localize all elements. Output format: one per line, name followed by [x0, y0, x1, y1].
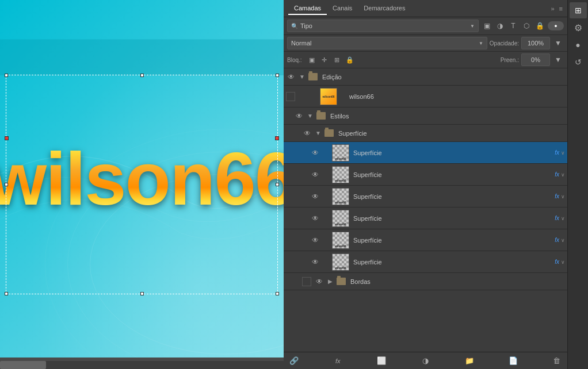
- tab-canais[interactable]: Canais: [327, 2, 358, 15]
- filter-toggle-btn[interactable]: ●: [548, 21, 564, 30]
- layer-wilson66[interactable]: 👁 wilson66 wilson66: [284, 86, 567, 107]
- layer-superficie-5[interactable]: 👁 wilson66 Superfície fx ∨: [284, 229, 567, 251]
- far-right-panel: ⊞ ⚙ ● ↺: [567, 0, 588, 369]
- layers-toolbar: 🔗 fx ⬜ ◑ 📁 📄 🗑: [284, 352, 567, 369]
- filter-dropdown-arrow: ▼: [470, 24, 475, 29]
- lock-all-btn[interactable]: 🔒: [345, 55, 355, 65]
- layer-superficie-3[interactable]: 👁 wilson66 Superfície fx ∨: [284, 186, 567, 207]
- check-wilson66[interactable]: [286, 92, 295, 101]
- opacity-dropdown-arrow[interactable]: ▼: [552, 37, 564, 49]
- folder-icon-bordas: [336, 278, 346, 285]
- visibility-superficie-2[interactable]: 👁: [310, 171, 320, 179]
- fx-arrow-3[interactable]: ∨: [561, 194, 565, 199]
- layer-superficie-1[interactable]: 👁 wilson66 Superfície fx ∨: [284, 142, 567, 164]
- tab-demarcadores[interactable]: Demarcadores: [358, 2, 411, 15]
- fill-row: Preen.: 0% ▼: [501, 53, 564, 66]
- visibility-edicao[interactable]: 👁: [286, 73, 296, 81]
- adjustments-btn[interactable]: ◑: [418, 355, 432, 367]
- layer-name-superficie-6: Superfície: [351, 259, 552, 266]
- opacity-input[interactable]: 100%: [521, 37, 550, 49]
- thumbnail-superficie-3: wilson66: [332, 188, 349, 205]
- handle-br: [276, 292, 279, 295]
- lock-icons: ▣ ✛ ⊞ 🔒: [307, 55, 355, 65]
- layer-superficie-6[interactable]: 👁 wilson66 Superfície fx ∨: [284, 251, 567, 273]
- filter-row: 🔍 Tipo ▼ ▣ ◑ T ⬡ 🔒 ●: [284, 17, 567, 35]
- filter-dropdown[interactable]: 🔍 Tipo ▼: [287, 20, 479, 32]
- handle-bm: [140, 292, 144, 295]
- new-group-btn[interactable]: 📁: [463, 355, 476, 367]
- thumbnail-superficie-1: wilson66: [332, 144, 349, 162]
- layer-name-superficie-1: Superfície: [351, 149, 552, 156]
- layer-group-superficie[interactable]: 👁 ▼ Superfície: [284, 125, 567, 142]
- panel-history-toggle[interactable]: ↺: [570, 54, 587, 70]
- folder-icon-edicao: [308, 73, 318, 80]
- canvas-content: wilson66: [0, 0, 284, 358]
- blend-dropdown-arrow: ▼: [479, 41, 483, 46]
- layers-list[interactable]: 👁 ▼ Edição 👁 wilson66 wilson66 👁 ▼ Estil…: [284, 68, 567, 352]
- check-bordas[interactable]: [302, 277, 311, 286]
- fx-arrow-1[interactable]: ∨: [561, 150, 565, 156]
- layer-name-edicao: Edição: [320, 74, 565, 80]
- tab-more-options[interactable]: » ≡: [551, 5, 563, 12]
- visibility-superficie-6[interactable]: 👁: [310, 258, 320, 266]
- link-layers-btn[interactable]: 🔗: [287, 355, 301, 367]
- layers-panel: Camadas Canais Demarcadores » ≡ 🔍 Tipo ▼…: [284, 0, 567, 369]
- fill-label: Preen.:: [501, 57, 519, 63]
- fx-arrow-2[interactable]: ∨: [561, 172, 565, 178]
- layer-group-bordas[interactable]: 👁 ▶ Bordas: [284, 273, 567, 290]
- visibility-superficie-3[interactable]: 👁: [310, 193, 320, 201]
- visibility-bordas[interactable]: 👁: [314, 278, 324, 286]
- lock-move-btn[interactable]: ✛: [319, 55, 330, 65]
- filter-adjust-btn[interactable]: ◑: [494, 20, 506, 32]
- expand-edicao[interactable]: ▼: [298, 74, 306, 80]
- visibility-superficie-4[interactable]: 👁: [310, 214, 320, 222]
- lock-artboard-btn[interactable]: ⊞: [332, 55, 342, 65]
- delete-layer-btn[interactable]: 🗑: [550, 355, 564, 367]
- scrollbar-thumb[interactable]: [0, 361, 46, 369]
- canvas-scrollbar[interactable]: [0, 361, 284, 369]
- filter-shape-btn[interactable]: ⬡: [521, 20, 532, 32]
- panel-channels-toggle[interactable]: ●: [570, 37, 587, 53]
- blend-mode-dropdown[interactable]: Normal ▼: [287, 37, 487, 49]
- blend-mode-row: Normal ▼ Opacidade: 100% ▼: [284, 35, 567, 52]
- add-mask-btn[interactable]: ⬜: [375, 355, 388, 367]
- filter-pixel-btn[interactable]: ▣: [481, 20, 492, 32]
- handle-tl: [5, 74, 8, 77]
- fx-arrow-4[interactable]: ∨: [561, 216, 565, 221]
- tab-camadas[interactable]: Camadas: [288, 2, 327, 15]
- opacity-row: Opacidade: 100% ▼: [490, 37, 564, 49]
- fill-input[interactable]: 0%: [521, 53, 550, 66]
- visibility-superficie-group[interactable]: 👁: [302, 129, 312, 137]
- layer-group-estilos[interactable]: 👁 ▼ Estilos: [284, 107, 567, 125]
- visibility-superficie-1[interactable]: 👁: [310, 149, 320, 157]
- folder-icon-estilos: [316, 112, 326, 120]
- folder-icon-superficie: [324, 129, 334, 137]
- thumbnail-superficie-4: wilson66: [332, 210, 349, 227]
- fill-dropdown-arrow[interactable]: ▼: [552, 54, 564, 66]
- menu-icon: ≡: [559, 5, 563, 12]
- fx-arrow-6[interactable]: ∨: [561, 259, 565, 265]
- opacity-label: Opacidade:: [490, 40, 519, 47]
- layer-superficie-4[interactable]: 👁 wilson66 Superfície fx ∨: [284, 207, 567, 229]
- panel-adjustments-toggle[interactable]: ⚙: [570, 20, 587, 36]
- fx-arrow-5[interactable]: ∨: [561, 237, 565, 243]
- visibility-wilson66[interactable]: 👁: [298, 93, 308, 101]
- red-handle-right: [275, 136, 279, 140]
- handle-tr: [276, 74, 279, 77]
- lock-row: Bloq.: ▣ ✛ ⊞ 🔒 Preen.: 0% ▼: [284, 52, 567, 68]
- expand-bordas[interactable]: ▶: [326, 278, 334, 285]
- layer-name-superficie-4: Superfície: [351, 215, 552, 222]
- filter-type-btn[interactable]: T: [507, 20, 519, 32]
- lock-pixels-btn[interactable]: ▣: [307, 55, 317, 65]
- filter-smart-btn[interactable]: 🔒: [534, 20, 545, 32]
- panel-layers-toggle[interactable]: ⊞: [570, 2, 587, 18]
- new-layer-btn[interactable]: 📄: [506, 355, 520, 367]
- visibility-estilos[interactable]: 👁: [294, 112, 304, 120]
- expand-estilos[interactable]: ▼: [306, 113, 314, 119]
- layer-group-edicao[interactable]: 👁 ▼ Edição: [284, 68, 567, 86]
- expand-superficie[interactable]: ▼: [314, 130, 322, 136]
- fx-btn[interactable]: fx: [331, 355, 345, 367]
- layer-superficie-2[interactable]: 👁 wilson66 Superfície fx ∨: [284, 164, 567, 186]
- fx-badge-3: fx: [555, 193, 559, 199]
- visibility-superficie-5[interactable]: 👁: [310, 236, 320, 244]
